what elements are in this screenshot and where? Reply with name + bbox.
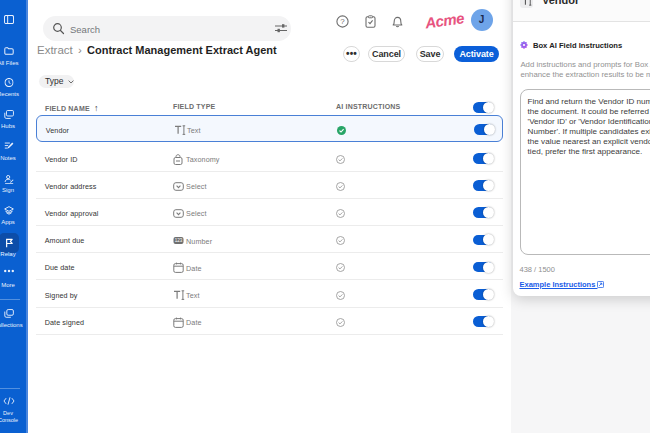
svg-text:?: ? [340,17,345,26]
svg-text:123: 123 [175,238,183,243]
